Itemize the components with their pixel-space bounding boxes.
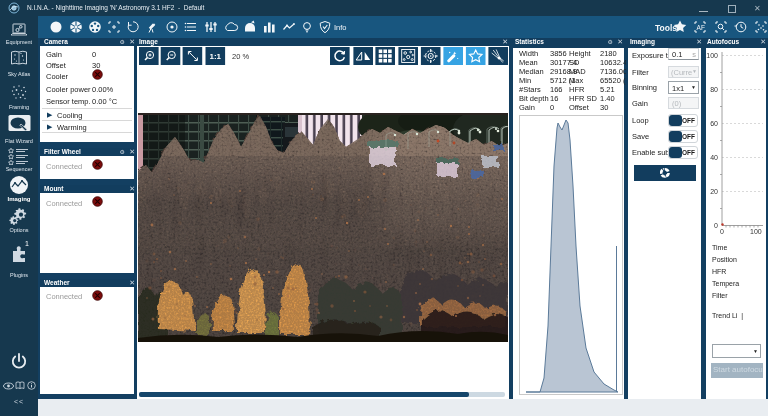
svg-text:80: 80 (710, 86, 718, 93)
svg-text:60: 60 (710, 120, 718, 127)
svg-text:100: 100 (706, 52, 718, 59)
svg-text:Info: Info (334, 23, 347, 32)
svg-text:AF: AF (697, 24, 705, 31)
svg-text:0: 0 (714, 222, 718, 229)
svg-text:40: 40 (710, 154, 718, 161)
svg-text:20 %: 20 % (232, 52, 249, 61)
svg-text:20: 20 (710, 188, 718, 195)
svg-text:1:1: 1:1 (210, 52, 222, 61)
svg-text:100: 100 (750, 228, 762, 235)
svg-text:0: 0 (720, 228, 724, 235)
svg-text:Tools: Tools (655, 23, 677, 33)
